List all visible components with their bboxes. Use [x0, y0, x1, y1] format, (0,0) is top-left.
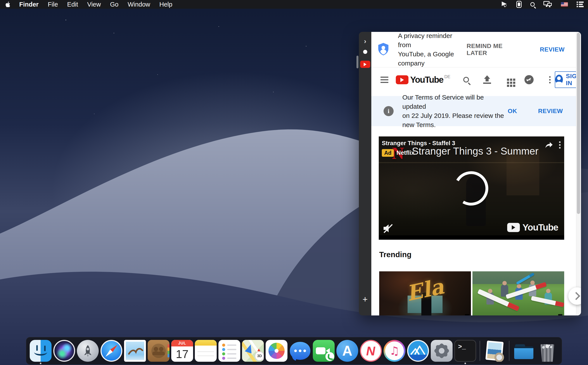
dock-itunes[interactable]: ♫: [383, 339, 406, 362]
trending-next-button[interactable]: [568, 287, 581, 305]
active-dot-indicator[interactable]: [363, 50, 367, 54]
app-store-glyph: A: [342, 343, 352, 359]
list-icon[interactable]: [577, 0, 584, 8]
display-mirroring-icon[interactable]: [543, 0, 552, 8]
us-flag-input-icon[interactable]: [561, 0, 568, 8]
add-app-button[interactable]: +: [359, 295, 371, 304]
menu-bar: Finder File Edit View Go Window Help: [0, 0, 588, 9]
dock-photos[interactable]: [265, 339, 288, 362]
terms-review-button[interactable]: REVIEW: [538, 108, 563, 115]
video-overlay-title: Stranger Things 3 - Summer: [412, 145, 539, 157]
collapse-chevron-icon[interactable]: ›: [359, 37, 371, 45]
maps-3d-badge: 3D: [255, 351, 264, 361]
ad-row: Ad Netflix: [382, 149, 415, 157]
dock: JUL 17 3D A N ♫: [26, 337, 562, 365]
dock-maps[interactable]: 3D: [241, 339, 264, 362]
apple-menu-icon[interactable]: [4, 1, 12, 8]
device-icon[interactable]: [516, 0, 522, 8]
mute-icon[interactable]: [383, 223, 394, 234]
privacy-banner-actions: REMIND ME LATER REVIEW: [467, 42, 576, 56]
dock-downloads-folder[interactable]: [512, 339, 535, 362]
dock-facetime[interactable]: [312, 339, 335, 362]
dock-terminal[interactable]: >_: [454, 339, 477, 362]
youtube-region-label: DE: [444, 74, 450, 79]
apps-grid-icon[interactable]: [503, 75, 513, 84]
dock-mail[interactable]: [124, 339, 146, 362]
ad-badge: Ad: [382, 149, 394, 157]
itunes-note-glyph: ♫: [390, 344, 400, 357]
dock-trash[interactable]: [536, 339, 559, 362]
menu-window[interactable]: Window: [128, 1, 150, 8]
duration-badge: [558, 314, 562, 316]
more-options-icon[interactable]: [545, 75, 555, 84]
dock-news[interactable]: N: [360, 339, 382, 362]
spotlight-search-icon[interactable]: [530, 0, 535, 8]
dock-siri[interactable]: [53, 339, 76, 362]
player-more-icon[interactable]: [559, 141, 561, 149]
dock-system-preferences[interactable]: [430, 339, 453, 362]
terms-notice: i Our Terms of Service will be updated o…: [371, 96, 576, 126]
loading-spinner: [453, 170, 490, 207]
dock-contacts[interactable]: [147, 339, 170, 362]
trending-thumbnail-2[interactable]: [473, 271, 564, 316]
player-top-icons: [545, 141, 561, 149]
dock-preview[interactable]: [483, 339, 506, 362]
dock-safari[interactable]: [100, 339, 123, 362]
video-player[interactable]: Stranger Things - Staffel 3 N Ad Netflix…: [379, 136, 564, 240]
ad-title[interactable]: Stranger Things - Staffel 3: [382, 140, 455, 147]
youtube-logo[interactable]: YouTube DE: [396, 75, 450, 85]
dock-notes[interactable]: [194, 339, 217, 362]
menu-go[interactable]: Go: [110, 1, 119, 8]
dock-launchpad[interactable]: [77, 339, 99, 362]
dock-finder[interactable]: [29, 339, 52, 362]
hamburger-menu-icon[interactable]: [381, 75, 388, 84]
search-icon[interactable]: [461, 75, 471, 84]
calendar-day: 17: [171, 346, 193, 362]
news-glyph: N: [365, 344, 377, 358]
dock-messages[interactable]: [289, 339, 312, 362]
watermark-play-icon: [507, 223, 520, 232]
privacy-banner: A privacy reminder from YouTube, a Googl…: [371, 32, 576, 67]
status-icons: [501, 0, 584, 8]
navbar-icons: [461, 75, 555, 84]
youtube-wordmark: YouTube: [410, 75, 443, 85]
info-icon: i: [383, 106, 394, 116]
advertiser-name[interactable]: Netflix: [397, 149, 415, 156]
terminal-prompt-glyph: >_: [458, 343, 466, 351]
privacy-review-button[interactable]: REVIEW: [540, 46, 565, 53]
remote-cursor-icon[interactable]: [501, 0, 508, 8]
desktop: Finder File Edit View Go Window Help › +: [0, 0, 588, 365]
duration-badge: [465, 314, 469, 316]
upload-icon[interactable]: [482, 75, 492, 84]
terms-text: Our Terms of Service will be updated on …: [402, 93, 508, 129]
calendar-month: JUL: [171, 340, 193, 346]
menu-file[interactable]: File: [48, 1, 58, 8]
panel-scrollbar[interactable]: [576, 32, 581, 316]
youtube-app-icon[interactable]: [360, 61, 370, 68]
dock-reminders[interactable]: [218, 339, 241, 362]
trending-heading: Trending: [379, 250, 411, 259]
menu-view[interactable]: View: [87, 1, 101, 8]
terms-ok-button[interactable]: OK: [508, 108, 517, 115]
scrollbar-thumb[interactable]: [577, 33, 580, 214]
youtube-play-icon: [396, 75, 408, 84]
privacy-banner-text: A privacy reminder from YouTube, a Googl…: [398, 32, 467, 68]
youtube-panel-window: › + A privacy reminder from YouTube, a G…: [359, 32, 581, 316]
menu-help[interactable]: Help: [159, 1, 173, 8]
youtube-watermark[interactable]: YouTube: [507, 222, 558, 233]
terms-actions: OK REVIEW: [508, 108, 576, 115]
messages-icon[interactable]: [524, 75, 534, 84]
youtube-navbar: YouTube DE SIGN IN: [371, 68, 576, 92]
dock-mountain-app[interactable]: [407, 339, 429, 362]
dock-calendar[interactable]: JUL 17: [171, 339, 193, 362]
watermark-text: YouTube: [523, 222, 558, 233]
privacy-shield-icon: [376, 42, 390, 57]
dock-app-store[interactable]: A: [336, 339, 359, 362]
panel-edge-handle[interactable]: [356, 56, 358, 68]
dock-separator: [480, 341, 480, 361]
active-app-name[interactable]: Finder: [19, 1, 39, 8]
menu-edit[interactable]: Edit: [67, 1, 78, 8]
remind-me-later-button[interactable]: REMIND ME LATER: [467, 42, 524, 56]
share-icon[interactable]: [545, 141, 553, 149]
trending-thumbnail-1[interactable]: Ela: [379, 271, 471, 316]
